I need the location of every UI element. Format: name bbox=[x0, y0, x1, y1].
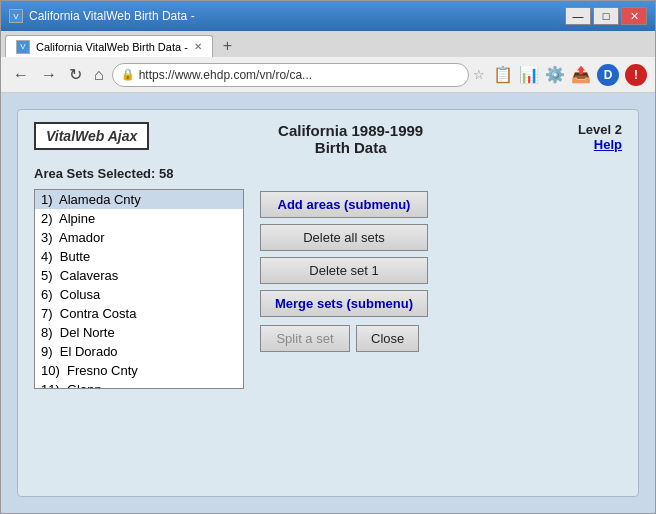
area-sets-label: Area Sets Selected: 58 bbox=[34, 166, 622, 181]
split-a-set-button[interactable]: Split a set bbox=[260, 325, 350, 352]
nav-icon-4[interactable]: 📤 bbox=[571, 65, 591, 84]
merge-sets-button[interactable]: Merge sets (submenu) bbox=[260, 290, 428, 317]
url-text: https://www.ehdp.com/vn/ro/ca... bbox=[139, 68, 460, 82]
bookmark-icon[interactable]: ☆ bbox=[473, 67, 485, 82]
refresh-button[interactable]: ↻ bbox=[65, 63, 86, 86]
list-item[interactable]: 1) Alameda Cnty bbox=[35, 190, 243, 209]
list-item[interactable]: 11) Glenn bbox=[35, 380, 243, 389]
list-item[interactable]: 2) Alpine bbox=[35, 209, 243, 228]
list-item[interactable]: 10) Fresno Cnty bbox=[35, 361, 243, 380]
close-window-button[interactable]: ✕ bbox=[621, 7, 647, 25]
list-item[interactable]: 3) Amador bbox=[35, 228, 243, 247]
list-item[interactable]: 9) El Dorado bbox=[35, 342, 243, 361]
level-text: Level 2 bbox=[578, 122, 622, 137]
title-bar-left: V California VitalWeb Birth Data - bbox=[9, 9, 565, 23]
nav-bar: ← → ↻ ⌂ 🔒 https://www.ehdp.com/vn/ro/ca.… bbox=[1, 57, 655, 93]
browser-window: V California VitalWeb Birth Data - — □ ✕… bbox=[0, 0, 656, 514]
nav-icons: 📋 📊 ⚙️ 📤 D ! bbox=[493, 64, 647, 86]
window-controls: — □ ✕ bbox=[565, 7, 647, 25]
tab-close-button[interactable]: ✕ bbox=[194, 41, 202, 52]
level-help: Level 2 Help bbox=[552, 122, 622, 152]
user-icon[interactable]: D bbox=[597, 64, 619, 86]
header-row: VitalWeb Ajax California 1989-1999 Birth… bbox=[34, 122, 622, 156]
main-box: VitalWeb Ajax California 1989-1999 Birth… bbox=[17, 109, 639, 497]
content-area: 1) Alameda Cnty 2) Alpine 3) Amador 4) B… bbox=[34, 189, 622, 389]
help-link[interactable]: Help bbox=[552, 137, 622, 152]
address-bar[interactable]: 🔒 https://www.ehdp.com/vn/ro/ca... bbox=[112, 63, 469, 87]
alert-icon[interactable]: ! bbox=[625, 64, 647, 86]
page-title: California 1989-1999 Birth Data bbox=[149, 122, 552, 156]
close-button[interactable]: Close bbox=[356, 325, 419, 352]
maximize-button[interactable]: □ bbox=[593, 7, 619, 25]
bottom-buttons: Split a set Close bbox=[260, 325, 428, 352]
nav-icon-3[interactable]: ⚙️ bbox=[545, 65, 565, 84]
list-item[interactable]: 8) Del Norte bbox=[35, 323, 243, 342]
list-item[interactable]: 6) Colusa bbox=[35, 285, 243, 304]
tab-favicon: V bbox=[16, 40, 30, 54]
home-button[interactable]: ⌂ bbox=[90, 64, 108, 86]
list-item[interactable]: 7) Contra Costa bbox=[35, 304, 243, 323]
active-tab[interactable]: V California VitalWeb Birth Data - ✕ bbox=[5, 35, 213, 57]
list-item[interactable]: 4) Butte bbox=[35, 247, 243, 266]
title-line2: Birth Data bbox=[149, 139, 552, 156]
list-container: 1) Alameda Cnty 2) Alpine 3) Amador 4) B… bbox=[34, 189, 244, 389]
nav-icon-2[interactable]: 📊 bbox=[519, 65, 539, 84]
delete-all-sets-button[interactable]: Delete all sets bbox=[260, 224, 428, 251]
buttons-area: Add areas (submenu) Delete all sets Dele… bbox=[260, 191, 428, 352]
lock-icon: 🔒 bbox=[121, 68, 135, 81]
favicon: V bbox=[9, 9, 23, 23]
title-bar: V California VitalWeb Birth Data - — □ ✕ bbox=[1, 1, 655, 31]
vitalweb-logo: VitalWeb Ajax bbox=[34, 122, 149, 150]
add-areas-button[interactable]: Add areas (submenu) bbox=[260, 191, 428, 218]
delete-set-1-button[interactable]: Delete set 1 bbox=[260, 257, 428, 284]
tab-bar: V California VitalWeb Birth Data - ✕ + bbox=[1, 31, 655, 57]
new-tab-button[interactable]: + bbox=[215, 35, 240, 57]
title-line1: California 1989-1999 bbox=[149, 122, 552, 139]
tab-label: California VitalWeb Birth Data - bbox=[36, 41, 188, 53]
page-content: VitalWeb Ajax California 1989-1999 Birth… bbox=[1, 93, 655, 513]
areas-list[interactable]: 1) Alameda Cnty 2) Alpine 3) Amador 4) B… bbox=[34, 189, 244, 389]
minimize-button[interactable]: — bbox=[565, 7, 591, 25]
back-button[interactable]: ← bbox=[9, 64, 33, 86]
window-title: California VitalWeb Birth Data - bbox=[29, 9, 195, 23]
forward-button[interactable]: → bbox=[37, 64, 61, 86]
list-item[interactable]: 5) Calaveras bbox=[35, 266, 243, 285]
nav-icon-1[interactable]: 📋 bbox=[493, 65, 513, 84]
